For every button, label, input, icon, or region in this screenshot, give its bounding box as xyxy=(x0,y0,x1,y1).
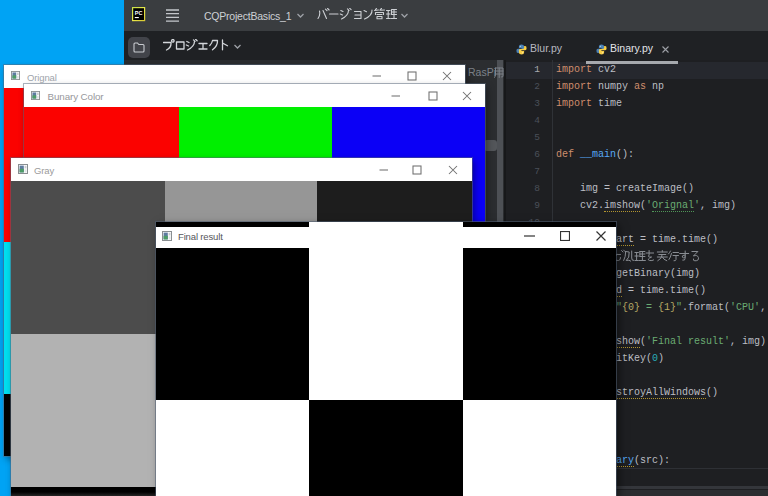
svg-text:PC: PC xyxy=(135,10,143,16)
